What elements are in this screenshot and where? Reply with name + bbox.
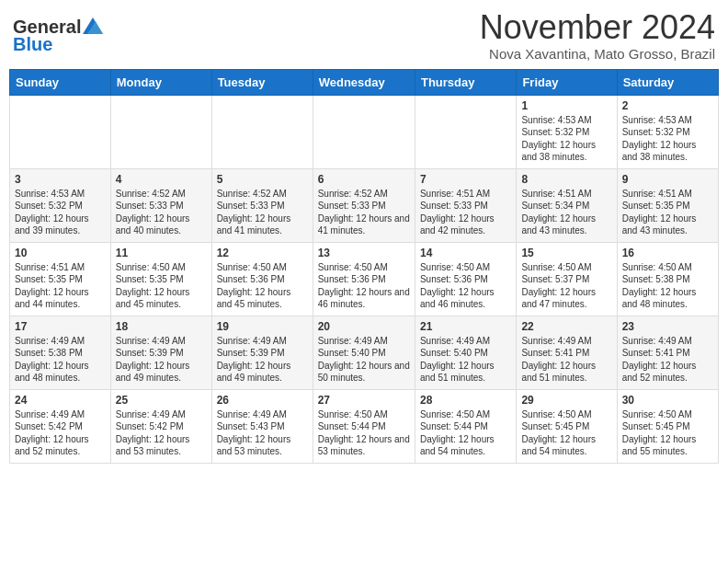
day-number: 21 [420, 320, 511, 333]
day-info: Sunrise: 4:50 AM Sunset: 5:36 PM Dayligh… [420, 261, 511, 311]
weekday-header-tuesday: Tuesday [211, 69, 313, 95]
week-row-5: 24Sunrise: 4:49 AM Sunset: 5:42 PM Dayli… [10, 389, 719, 463]
day-info: Sunrise: 4:50 AM Sunset: 5:37 PM Dayligh… [521, 261, 611, 311]
calendar-cell: 5Sunrise: 4:52 AM Sunset: 5:33 PM Daylig… [211, 168, 313, 242]
day-number: 12 [217, 247, 308, 259]
day-number: 25 [116, 394, 207, 407]
logo-icon [83, 17, 103, 34]
calendar-cell: 14Sunrise: 4:50 AM Sunset: 5:36 PM Dayli… [415, 242, 516, 316]
week-row-3: 10Sunrise: 4:51 AM Sunset: 5:35 PM Dayli… [10, 242, 719, 316]
day-info: Sunrise: 4:53 AM Sunset: 5:32 PM Dayligh… [521, 114, 611, 164]
week-row-4: 17Sunrise: 4:49 AM Sunset: 5:38 PM Dayli… [10, 316, 719, 389]
day-info: Sunrise: 4:49 AM Sunset: 5:40 PM Dayligh… [318, 335, 410, 385]
calendar-cell: 6Sunrise: 4:52 AM Sunset: 5:33 PM Daylig… [313, 168, 415, 242]
calendar-cell: 10Sunrise: 4:51 AM Sunset: 5:35 PM Dayli… [10, 242, 111, 316]
day-number: 19 [217, 320, 308, 333]
day-info: Sunrise: 4:53 AM Sunset: 5:32 PM Dayligh… [15, 188, 106, 237]
day-info: Sunrise: 4:50 AM Sunset: 5:36 PM Dayligh… [318, 261, 410, 311]
day-number: 3 [15, 173, 106, 186]
calendar-cell: 12Sunrise: 4:50 AM Sunset: 5:36 PM Dayli… [211, 242, 313, 316]
day-number: 16 [622, 247, 713, 259]
calendar-table: SundayMondayTuesdayWednesdayThursdayFrid… [9, 69, 719, 464]
calendar-cell: 1Sunrise: 4:53 AM Sunset: 5:32 PM Daylig… [517, 95, 617, 168]
title-block: November 2024 Nova Xavantina, Mato Gross… [480, 9, 715, 62]
calendar-cell: 4Sunrise: 4:52 AM Sunset: 5:33 PM Daylig… [110, 168, 211, 242]
weekday-header-friday: Friday [517, 69, 617, 95]
week-row-2: 3Sunrise: 4:53 AM Sunset: 5:32 PM Daylig… [10, 168, 719, 242]
calendar-cell: 28Sunrise: 4:50 AM Sunset: 5:44 PM Dayli… [415, 389, 516, 463]
day-number: 10 [15, 247, 106, 259]
week-row-1: 1Sunrise: 4:53 AM Sunset: 5:32 PM Daylig… [10, 95, 719, 168]
day-number: 23 [622, 320, 713, 333]
calendar-cell: 18Sunrise: 4:49 AM Sunset: 5:39 PM Dayli… [110, 316, 211, 389]
location-text: Nova Xavantina, Mato Grosso, Brazil [480, 46, 715, 62]
day-info: Sunrise: 4:49 AM Sunset: 5:39 PM Dayligh… [116, 335, 207, 385]
day-info: Sunrise: 4:50 AM Sunset: 5:38 PM Dayligh… [622, 261, 713, 311]
day-info: Sunrise: 4:52 AM Sunset: 5:33 PM Dayligh… [217, 188, 308, 237]
weekday-header-row: SundayMondayTuesdayWednesdayThursdayFrid… [10, 69, 719, 95]
day-info: Sunrise: 4:53 AM Sunset: 5:32 PM Dayligh… [622, 114, 713, 164]
day-number: 11 [116, 247, 207, 259]
calendar-cell: 7Sunrise: 4:51 AM Sunset: 5:33 PM Daylig… [415, 168, 516, 242]
weekday-header-wednesday: Wednesday [313, 69, 415, 95]
calendar-cell: 25Sunrise: 4:49 AM Sunset: 5:42 PM Dayli… [110, 389, 211, 463]
calendar-cell [313, 95, 415, 168]
day-info: Sunrise: 4:49 AM Sunset: 5:41 PM Dayligh… [622, 335, 713, 385]
calendar-cell: 3Sunrise: 4:53 AM Sunset: 5:32 PM Daylig… [10, 168, 111, 242]
day-number: 29 [521, 394, 611, 407]
calendar-cell: 16Sunrise: 4:50 AM Sunset: 5:38 PM Dayli… [617, 242, 718, 316]
day-number: 26 [217, 394, 308, 407]
day-info: Sunrise: 4:51 AM Sunset: 5:34 PM Dayligh… [521, 188, 611, 237]
day-info: Sunrise: 4:50 AM Sunset: 5:45 PM Dayligh… [521, 408, 611, 458]
day-number: 8 [521, 173, 611, 186]
calendar-cell: 19Sunrise: 4:49 AM Sunset: 5:39 PM Dayli… [211, 316, 313, 389]
day-info: Sunrise: 4:49 AM Sunset: 5:38 PM Dayligh… [15, 335, 106, 385]
day-info: Sunrise: 4:51 AM Sunset: 5:35 PM Dayligh… [15, 261, 106, 311]
calendar-cell: 8Sunrise: 4:51 AM Sunset: 5:34 PM Daylig… [517, 168, 617, 242]
day-number: 27 [318, 394, 410, 407]
day-info: Sunrise: 4:49 AM Sunset: 5:39 PM Dayligh… [217, 335, 308, 385]
calendar-cell: 22Sunrise: 4:49 AM Sunset: 5:41 PM Dayli… [517, 316, 617, 389]
day-info: Sunrise: 4:52 AM Sunset: 5:33 PM Dayligh… [116, 188, 207, 237]
day-info: Sunrise: 4:49 AM Sunset: 5:42 PM Dayligh… [116, 408, 207, 458]
weekday-header-saturday: Saturday [617, 69, 718, 95]
day-number: 7 [420, 173, 511, 186]
day-number: 14 [420, 247, 511, 259]
day-number: 18 [116, 320, 207, 333]
calendar-cell: 29Sunrise: 4:50 AM Sunset: 5:45 PM Dayli… [517, 389, 617, 463]
calendar-cell [10, 95, 111, 168]
day-info: Sunrise: 4:50 AM Sunset: 5:44 PM Dayligh… [318, 408, 410, 458]
day-info: Sunrise: 4:52 AM Sunset: 5:33 PM Dayligh… [318, 188, 410, 237]
calendar-cell: 30Sunrise: 4:50 AM Sunset: 5:45 PM Dayli… [617, 389, 718, 463]
logo-blue-text: Blue [13, 34, 52, 55]
day-number: 4 [116, 173, 207, 186]
day-number: 30 [622, 394, 713, 407]
weekday-header-sunday: Sunday [10, 69, 111, 95]
calendar-cell: 15Sunrise: 4:50 AM Sunset: 5:37 PM Dayli… [517, 242, 617, 316]
day-number: 9 [622, 173, 713, 186]
calendar-cell: 20Sunrise: 4:49 AM Sunset: 5:40 PM Dayli… [313, 316, 415, 389]
calendar-cell: 11Sunrise: 4:50 AM Sunset: 5:35 PM Dayli… [110, 242, 211, 316]
day-number: 15 [521, 247, 611, 259]
day-info: Sunrise: 4:49 AM Sunset: 5:43 PM Dayligh… [217, 408, 308, 458]
day-info: Sunrise: 4:50 AM Sunset: 5:45 PM Dayligh… [622, 408, 713, 458]
day-info: Sunrise: 4:51 AM Sunset: 5:33 PM Dayligh… [420, 188, 511, 237]
calendar-cell: 2Sunrise: 4:53 AM Sunset: 5:32 PM Daylig… [617, 95, 718, 168]
calendar-cell: 26Sunrise: 4:49 AM Sunset: 5:43 PM Dayli… [211, 389, 313, 463]
day-number: 17 [15, 320, 106, 333]
day-number: 22 [521, 320, 611, 333]
page-header: General Blue November 2024 Nova Xavantin… [9, 9, 719, 62]
day-number: 28 [420, 394, 511, 407]
calendar-cell: 24Sunrise: 4:49 AM Sunset: 5:42 PM Dayli… [10, 389, 111, 463]
day-number: 6 [318, 173, 410, 186]
day-info: Sunrise: 4:51 AM Sunset: 5:35 PM Dayligh… [622, 188, 713, 237]
day-info: Sunrise: 4:50 AM Sunset: 5:44 PM Dayligh… [420, 408, 511, 458]
day-info: Sunrise: 4:50 AM Sunset: 5:35 PM Dayligh… [116, 261, 207, 311]
calendar-cell: 21Sunrise: 4:49 AM Sunset: 5:40 PM Dayli… [415, 316, 516, 389]
weekday-header-thursday: Thursday [415, 69, 516, 95]
calendar-cell: 9Sunrise: 4:51 AM Sunset: 5:35 PM Daylig… [617, 168, 718, 242]
calendar-cell [415, 95, 516, 168]
day-info: Sunrise: 4:49 AM Sunset: 5:40 PM Dayligh… [420, 335, 511, 385]
day-info: Sunrise: 4:49 AM Sunset: 5:42 PM Dayligh… [15, 408, 106, 458]
month-title: November 2024 [480, 9, 715, 46]
